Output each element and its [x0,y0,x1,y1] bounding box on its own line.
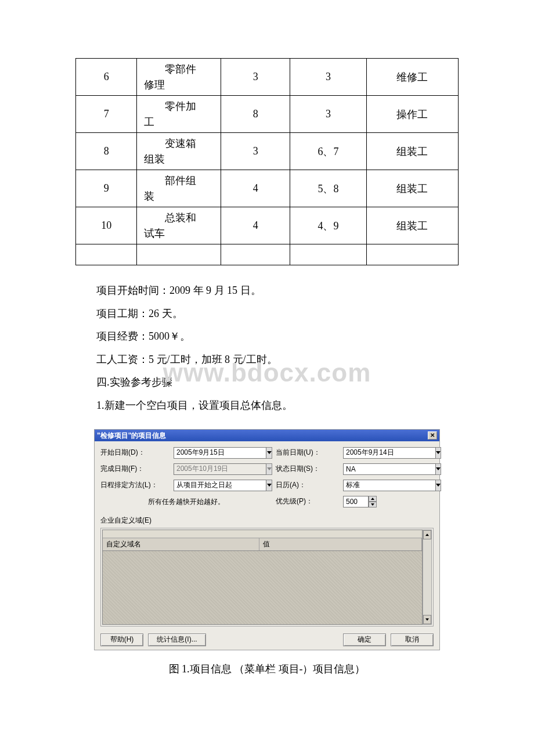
cell-num: 6 [76,59,137,96]
cell-resource: 操作工 [366,96,458,133]
grid-column-name: 自定义域名 [103,538,259,550]
custom-fields-label: 企业自定义域(E) [100,516,434,525]
chevron-down-icon [436,451,441,455]
chevron-down-icon [436,484,441,487]
chevron-down-icon [425,618,429,621]
paragraph: 工人工资：5 元/工时，加班 8 元/工时。 [75,348,459,372]
table-row: 8 变速箱组装 3 6、7 组装工 [76,133,459,170]
custom-fields-group: 自定义域名 值 [100,528,434,627]
schedule-field[interactable] [174,480,266,491]
paragraph: 项目工期：26 天。 [75,303,459,326]
cell-duration: 4 [221,207,290,244]
section-heading: 四.实验参考步骤 [75,371,459,394]
start-date-field[interactable] [174,447,266,459]
finish-date-field [174,463,266,475]
cell-num: 8 [76,133,137,170]
paragraph: 1.新建一个空白项目，设置项目总体信息。 [75,394,459,417]
table-row: 9 部件组装 4 5、8 组装工 [76,170,459,207]
task-table: 6 零部件修理 3 3 维修工 7 零件加工 8 3 操作工 8 变速箱组装 3… [75,58,459,265]
chevron-down-icon [371,503,374,506]
dialog-titlebar: "检修项目"的项目信息 ✕ [95,430,439,441]
scroll-down-button[interactable] [423,615,431,624]
cell-pred: 3 [290,96,367,133]
close-button[interactable]: ✕ [428,431,437,440]
schedule-label: 日程排定方法(L)： [100,480,170,490]
cell-pred: 6、7 [290,133,367,170]
dropdown-button[interactable] [436,480,441,491]
chevron-down-icon [436,467,441,471]
schedule-hint: 所有任务越快开始越好。 [100,496,272,507]
cell-num: 7 [76,96,137,133]
dropdown-button[interactable] [266,447,272,459]
dropdown-button[interactable] [436,447,441,459]
grid-body [103,551,422,624]
cell-resource: 组装工 [366,207,458,244]
cell-task: 零件加工 [137,96,221,133]
priority-field[interactable] [343,496,369,507]
cell-duration: 3 [221,133,290,170]
vertical-scrollbar[interactable] [423,530,432,625]
calendar-field[interactable] [343,480,436,491]
cell-task: 总装和试车 [137,207,221,244]
dropdown-button[interactable] [436,463,441,475]
dropdown-button[interactable] [266,480,272,491]
cell-pred: 5、8 [290,170,367,207]
project-info-dialog-screenshot: "检修项目"的项目信息 ✕ 开始日期(D)： 当前日期(U)： [94,429,440,650]
grid-column-value: 值 [259,538,422,550]
cell-duration: 8 [221,96,290,133]
chevron-up-icon [425,534,429,536]
paragraph: 项目经费：5000￥。 [75,325,459,348]
help-button[interactable]: 帮助(H) [100,633,143,646]
cancel-button[interactable]: 取消 [391,633,434,646]
table-row: 10 总装和试车 4 4、9 组装工 [76,207,459,244]
close-icon: ✕ [430,432,435,438]
chevron-up-icon [371,498,374,500]
chevron-down-icon [267,451,272,455]
chevron-down-icon [267,484,272,487]
paragraph: 项目开始时间：2009 年 9 月 15 日。 [75,279,459,303]
cell-task: 变速箱组装 [137,133,221,170]
table-row: 6 零部件修理 3 3 维修工 [76,59,459,96]
start-date-label: 开始日期(D)： [100,448,170,458]
cell-pred: 3 [290,59,367,96]
status-date-field[interactable] [343,463,436,475]
dialog-title: "检修项目"的项目信息 [97,430,166,441]
cell-resource: 组装工 [366,133,458,170]
cell-num: 9 [76,170,137,207]
cell-task: 部件组装 [137,170,221,207]
document-content: 6 零部件修理 3 3 维修工 7 零件加工 8 3 操作工 8 变速箱组装 3… [0,0,534,699]
cell-pred: 4、9 [290,207,367,244]
chevron-down-icon [267,467,272,471]
dropdown-button [266,463,272,475]
cell-num: 10 [76,207,137,244]
current-date-label: 当前日期(U)： [276,448,340,458]
stats-button[interactable]: 统计信息(I)... [148,633,206,646]
priority-label: 优先级(P)： [276,496,340,506]
cell-duration: 4 [221,170,290,207]
cell-duration: 3 [221,59,290,96]
status-date-label: 状态日期(S)： [276,464,340,474]
current-date-field[interactable] [343,447,436,459]
table-row-empty [76,244,459,265]
scroll-up-button[interactable] [423,530,431,539]
cell-task: 零部件修理 [137,59,221,96]
cell-resource: 维修工 [366,59,458,96]
spinner-up-button[interactable] [369,496,377,502]
figure-caption: 图 1.项目信息 （菜单栏 项目-）项目信息） [75,662,459,676]
ok-button[interactable]: 确定 [343,633,386,646]
table-row: 7 零件加工 8 3 操作工 [76,96,459,133]
spinner-down-button[interactable] [369,502,377,507]
grid-header: 自定义域名 值 [103,538,422,551]
cell-resource: 组装工 [366,170,458,207]
calendar-label: 日历(A)： [276,480,340,490]
finish-date-label: 完成日期(F)： [100,464,170,474]
